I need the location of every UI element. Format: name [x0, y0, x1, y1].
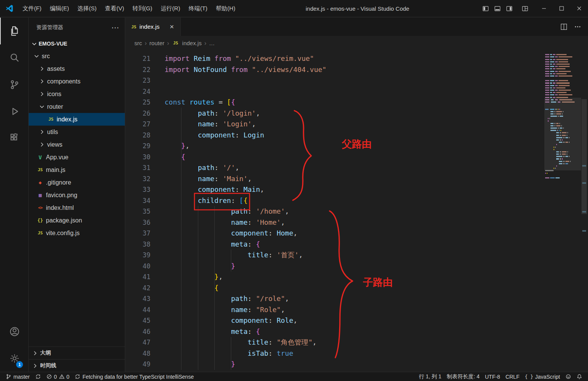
breadcrumb-router[interactable]: router — [149, 40, 164, 46]
tree-item-main.js[interactable]: JSmain.js — [29, 164, 125, 176]
chevron-right-icon — [39, 141, 45, 148]
maximize-button[interactable] — [553, 0, 570, 17]
menu-item-0[interactable]: 文件(F) — [18, 0, 46, 17]
tree-item-label: index.html — [46, 204, 74, 211]
minimap-slider[interactable] — [544, 98, 581, 170]
line-number: 26 — [125, 108, 150, 119]
tree-item-index.html[interactable]: <>index.html — [29, 201, 125, 214]
breadcrumb-src[interactable]: src — [134, 40, 142, 46]
run-debug-icon[interactable] — [0, 98, 28, 125]
tree-item-label: package.json — [46, 217, 82, 224]
code-line: 42 { — [125, 283, 327, 294]
tree-item-App.vue[interactable]: VApp.vue — [29, 151, 125, 164]
tree-item-package.json[interactable]: {}package.json — [29, 214, 125, 227]
code-line: 21import Reim from "../views/reim.vue" — [125, 53, 327, 64]
tree-item-favicon.png[interactable]: ▦favicon.png — [29, 189, 125, 201]
line-number: 38 — [125, 239, 150, 250]
breadcrumb-indexjs[interactable]: index.js — [182, 40, 202, 46]
line-number: 49 — [125, 359, 150, 370]
line-number: 42 — [125, 283, 150, 294]
chevron-down-icon — [33, 53, 40, 59]
code-line: 32 name: 'Main', — [125, 173, 327, 185]
menu-item-4[interactable]: 转到(G) — [128, 0, 157, 17]
minimize-button[interactable] — [535, 0, 553, 17]
git-branch-status[interactable]: master — [3, 372, 33, 381]
problems-status[interactable]: 0 0 — [44, 372, 72, 381]
breadcrumb-symbol[interactable]: … — [209, 40, 215, 46]
menu-item-3[interactable]: 查看(V) — [101, 0, 128, 17]
search-icon[interactable] — [0, 44, 28, 71]
language-status[interactable]: { } JavaScript — [522, 372, 563, 381]
tree-item-label: assets — [47, 65, 65, 72]
toggle-secondary-sidebar-icon[interactable] — [506, 5, 513, 12]
menu-item-7[interactable]: 帮助(H) — [212, 0, 240, 17]
minimap[interactable] — [545, 52, 580, 372]
line-number: 24 — [125, 86, 150, 97]
tree-item-views[interactable]: views — [29, 138, 125, 151]
line-number: 48 — [125, 348, 150, 359]
code-line: 36 name: 'Home', — [125, 217, 327, 228]
tree-item-root[interactable]: EMOS-VUE — [29, 38, 125, 50]
encoding-status[interactable]: UTF-8 — [482, 372, 503, 381]
tree-item-components[interactable]: components — [29, 75, 125, 88]
eol-status[interactable]: CRLF — [503, 372, 522, 381]
line-number: 28 — [125, 130, 150, 141]
explorer-icon[interactable] — [0, 18, 28, 44]
menu-item-6[interactable]: 终端(T) — [185, 0, 212, 17]
outline-section[interactable]: 大纲 — [29, 347, 125, 359]
indentation-status[interactable]: 制表符长度: 4 — [444, 372, 482, 381]
chevron-separator: › — [145, 40, 147, 47]
settings-gear-icon[interactable]: 1 — [0, 345, 28, 372]
file-tree: EMOS-VUE srcassetscomponentsiconsrouterJ… — [29, 38, 125, 347]
menu-item-5[interactable]: 运行(R) — [157, 0, 185, 17]
sync-status[interactable] — [33, 372, 44, 381]
window-title: index.js - emos-vue - Visual Studio Code — [240, 5, 475, 12]
source-control-icon[interactable] — [0, 71, 28, 98]
vue-file-icon: V — [36, 154, 44, 160]
tab-indexjs[interactable]: JS index.js × — [125, 18, 181, 36]
sidebar-title: 资源管理器 — [36, 24, 63, 31]
tree-item-icons[interactable]: icons — [29, 88, 125, 100]
cursor-position-status[interactable]: 行 1, 列 1 — [416, 372, 444, 381]
extensions-icon[interactable] — [0, 125, 28, 152]
timeline-section[interactable]: 时间线 — [29, 359, 125, 372]
close-window-button[interactable] — [570, 0, 588, 17]
tree-item-router[interactable]: router — [29, 100, 125, 113]
tree-item-assets[interactable]: assets — [29, 62, 125, 75]
feedback-status[interactable] — [563, 372, 574, 381]
intellisense-status[interactable]: Fetching data for better TypeScript Inte… — [72, 372, 196, 381]
more-actions-icon[interactable]: ⋯ — [111, 26, 119, 29]
tree-item-label: icons — [47, 91, 61, 98]
tree-item-label: favicon.png — [46, 192, 77, 199]
html-file-icon: <> — [36, 205, 44, 210]
menu-item-2[interactable]: 选择(S) — [73, 0, 101, 17]
scrollbar[interactable] — [580, 50, 588, 372]
code-line: 38 meta: { — [125, 239, 327, 250]
tree-item-src[interactable]: src — [29, 50, 125, 62]
close-tab-icon[interactable]: × — [167, 22, 176, 31]
notifications-status[interactable] — [574, 372, 585, 381]
toggle-sidebar-icon[interactable] — [482, 5, 489, 12]
title-bar: 文件(F)编辑(E)选择(S)查看(V)转到(G)运行(R)终端(T)帮助(H)… — [0, 0, 588, 17]
tree-item-vite.config.js[interactable]: JSvite.config.js — [29, 227, 125, 239]
toggle-panel-icon[interactable] — [494, 5, 501, 12]
scrollbar-slider[interactable] — [581, 99, 587, 214]
menu-item-1[interactable]: 编辑(E) — [46, 0, 73, 17]
code-editor[interactable]: 21import Reim from "../views/reim.vue"22… — [125, 50, 588, 372]
tab-label: index.js — [139, 23, 160, 30]
status-bar: master 0 0 Fetching data for better Type… — [0, 372, 588, 381]
tree-item-index.js[interactable]: JSindex.js — [29, 113, 125, 126]
code-line: 24 — [125, 86, 327, 97]
line-number: 32 — [125, 173, 150, 185]
code-line: 29 }, — [125, 141, 327, 152]
tree-item-.gitignore[interactable]: ◆.gitignore — [29, 176, 125, 189]
line-number: 27 — [125, 119, 150, 130]
js-file-icon: JS — [36, 231, 44, 235]
account-icon[interactable] — [0, 318, 28, 345]
line-number: 21 — [125, 53, 150, 64]
split-editor-icon[interactable] — [560, 23, 567, 30]
chevron-right-icon — [39, 78, 45, 85]
customize-layout-icon[interactable] — [522, 5, 528, 12]
editor-more-actions-icon[interactable] — [574, 23, 581, 30]
tree-item-utils[interactable]: utils — [29, 126, 125, 138]
